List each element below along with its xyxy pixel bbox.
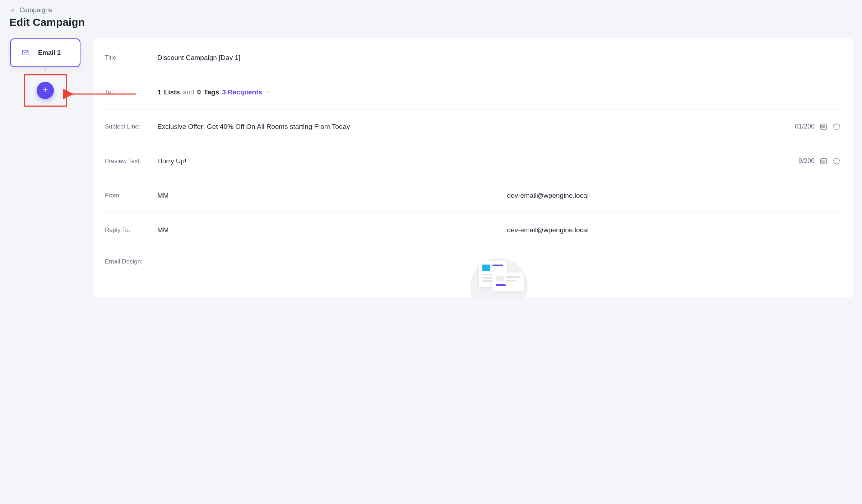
- page-title: Edit Campaign: [9, 16, 853, 28]
- from-label: From:: [105, 192, 157, 199]
- chevron-double-left-icon: [9, 7, 16, 14]
- to-lists-count: 1: [157, 88, 161, 96]
- to-lists-word: Lists: [164, 88, 180, 96]
- campaign-form: Title: Discount Campaign [Day 1] To: 1 L…: [93, 38, 853, 298]
- add-step-button[interactable]: [37, 82, 54, 99]
- field-row-reply[interactable]: Reply To: MM dev-email@wpengine.local: [105, 213, 840, 247]
- step-connector: [45, 67, 46, 74]
- email-step-card[interactable]: Email 1: [10, 38, 80, 67]
- reply-email: dev-email@wpengine.local: [507, 226, 841, 234]
- email-design-preview: [157, 258, 840, 298]
- breadcrumb-label[interactable]: Campaigns: [19, 6, 52, 14]
- ai-generate-icon[interactable]: [833, 157, 840, 165]
- svg-point-16: [821, 162, 822, 162]
- template-list-icon[interactable]: [820, 123, 828, 131]
- to-value: 1 Lists and 0 Tags 3 Recipients: [157, 88, 840, 96]
- svg-point-7: [821, 125, 822, 126]
- email-step-label: Email 1: [38, 49, 61, 57]
- field-row-to[interactable]: To: 1 Lists and 0 Tags 3 Recipients: [105, 75, 840, 109]
- to-recipients-link[interactable]: 3 Recipients: [222, 88, 262, 96]
- from-email: dev-email@wpengine.local: [507, 192, 841, 200]
- to-and: and: [183, 88, 194, 96]
- template-list-icon[interactable]: [820, 157, 828, 165]
- to-label: To:: [105, 89, 157, 96]
- svg-point-15: [821, 161, 822, 161]
- to-tags-count: 0: [197, 88, 201, 96]
- plus-icon: [42, 85, 49, 95]
- field-row-from[interactable]: From: MM dev-email@wpengine.local: [105, 178, 840, 213]
- preview-counter: 9/200: [798, 157, 815, 165]
- field-row-design[interactable]: Email Design:: [105, 247, 840, 298]
- add-step-highlight: [24, 74, 67, 107]
- svg-point-14: [821, 160, 822, 160]
- subject-value: Exclusive Offer: Get 40% Off On All Room…: [157, 123, 795, 131]
- from-name: MM: [157, 192, 491, 200]
- preview-label: Preview Text:: [105, 158, 157, 165]
- field-row-title[interactable]: Title: Discount Campaign [Day 1]: [105, 41, 840, 75]
- to-tags-word: Tags: [204, 88, 219, 96]
- divider: [499, 221, 499, 239]
- subject-label: Subject Line:: [105, 123, 157, 130]
- divider: [499, 187, 499, 205]
- reply-name: MM: [157, 226, 491, 234]
- svg-point-8: [821, 126, 822, 127]
- title-label: Title:: [105, 54, 157, 61]
- reply-label: Reply To:: [105, 227, 157, 234]
- field-row-preview[interactable]: Preview Text: Hurry Up! 9/200: [105, 144, 840, 178]
- preview-value: Hurry Up!: [157, 157, 798, 165]
- title-value: Discount Campaign [Day 1]: [157, 54, 840, 62]
- subject-counter: 61/200: [795, 123, 815, 130]
- ai-generate-icon[interactable]: [833, 123, 840, 131]
- design-label: Email Design:: [105, 258, 157, 265]
- svg-point-9: [821, 127, 822, 128]
- breadcrumb[interactable]: Campaigns: [9, 6, 853, 14]
- caret-down-icon[interactable]: [265, 89, 271, 95]
- email-icon: [18, 46, 32, 60]
- field-row-subject[interactable]: Subject Line: Exclusive Offer: Get 40% O…: [105, 109, 840, 144]
